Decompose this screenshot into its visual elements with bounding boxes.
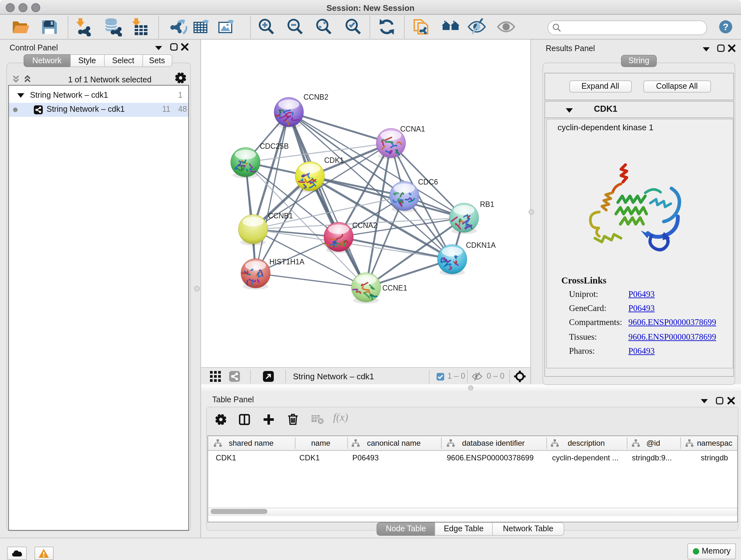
svg-text:CDC25B: CDC25B xyxy=(260,142,289,150)
svg-text:CCNA1: CCNA1 xyxy=(400,125,425,133)
svg-text:CDK1: CDK1 xyxy=(324,156,344,165)
svg-text:CCNA2: CCNA2 xyxy=(352,221,377,230)
svg-text:CCNB1: CCNB1 xyxy=(268,212,293,220)
svg-text:HIST1H1A: HIST1H1A xyxy=(269,258,305,266)
svg-text:RB1: RB1 xyxy=(480,200,494,208)
svg-text:CCNB2: CCNB2 xyxy=(304,93,328,101)
svg-text:CDC6: CDC6 xyxy=(418,178,438,186)
svg-text:CCNE1: CCNE1 xyxy=(382,284,407,292)
svg-text:CDKN1A: CDKN1A xyxy=(466,241,496,249)
svg-text:?: ? xyxy=(723,21,729,32)
